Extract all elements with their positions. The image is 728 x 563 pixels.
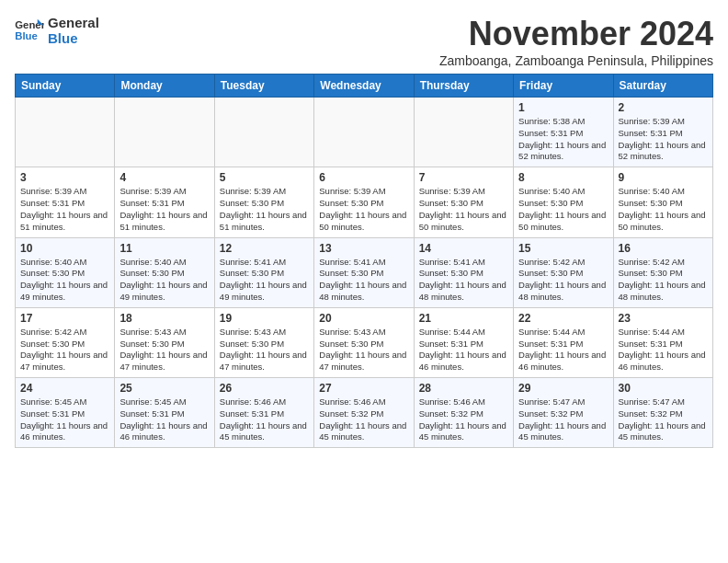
day-info: Sunrise: 5:39 AM Sunset: 5:31 PM Dayligh… [20,186,109,233]
calendar-cell: 11Sunrise: 5:40 AM Sunset: 5:30 PM Dayli… [115,237,214,307]
day-info: Sunrise: 5:44 AM Sunset: 5:31 PM Dayligh… [518,327,608,373]
day-number: 11 [119,242,209,255]
weekday-header-saturday: Saturday [613,75,712,98]
day-info: Sunrise: 5:41 AM Sunset: 5:30 PM Dayligh… [319,257,408,304]
day-number: 24 [20,382,109,395]
month-title: November 2024 [439,15,713,53]
day-number: 3 [20,171,109,184]
page-header: General Blue General Blue November 2024 … [15,15,713,68]
calendar-cell: 17Sunrise: 5:42 AM Sunset: 5:30 PM Dayli… [16,307,115,377]
day-info: Sunrise: 5:44 AM Sunset: 5:31 PM Dayligh… [619,327,708,373]
day-number: 1 [518,101,608,114]
day-number: 14 [419,242,508,255]
weekday-header-friday: Friday [514,75,613,98]
day-info: Sunrise: 5:39 AM Sunset: 5:30 PM Dayligh… [319,186,408,233]
calendar-cell: 13Sunrise: 5:41 AM Sunset: 5:30 PM Dayli… [314,237,414,307]
day-number: 30 [619,382,708,395]
day-number: 12 [220,242,309,255]
weekday-header-wednesday: Wednesday [314,75,414,98]
day-info: Sunrise: 5:46 AM Sunset: 5:32 PM Dayligh… [319,396,408,443]
calendar-cell: 28Sunrise: 5:46 AM Sunset: 5:32 PM Dayli… [414,378,513,448]
day-info: Sunrise: 5:47 AM Sunset: 5:32 PM Dayligh… [518,396,608,443]
day-number: 25 [119,382,209,395]
day-info: Sunrise: 5:38 AM Sunset: 5:31 PM Dayligh… [518,116,608,163]
weekday-header-thursday: Thursday [414,75,513,98]
calendar-cell: 5Sunrise: 5:39 AM Sunset: 5:30 PM Daylig… [214,167,313,237]
day-info: Sunrise: 5:40 AM Sunset: 5:30 PM Dayligh… [20,257,109,304]
calendar-cell [414,98,513,167]
calendar-table: SundayMondayTuesdayWednesdayThursdayFrid… [15,74,713,448]
day-info: Sunrise: 5:40 AM Sunset: 5:30 PM Dayligh… [619,186,708,233]
day-number: 9 [619,171,708,184]
day-number: 15 [518,242,608,255]
calendar-cell: 30Sunrise: 5:47 AM Sunset: 5:32 PM Dayli… [613,378,712,448]
day-number: 20 [319,312,408,325]
weekday-header-sunday: Sunday [16,75,115,98]
calendar-cell: 1Sunrise: 5:38 AM Sunset: 5:31 PM Daylig… [514,98,613,167]
day-info: Sunrise: 5:39 AM Sunset: 5:30 PM Dayligh… [220,186,309,233]
day-info: Sunrise: 5:46 AM Sunset: 5:32 PM Dayligh… [419,396,508,443]
day-info: Sunrise: 5:43 AM Sunset: 5:30 PM Dayligh… [319,327,408,373]
day-number: 4 [119,171,209,184]
day-info: Sunrise: 5:41 AM Sunset: 5:30 PM Dayligh… [419,257,508,304]
calendar-cell: 10Sunrise: 5:40 AM Sunset: 5:30 PM Dayli… [16,237,115,307]
day-number: 18 [119,312,209,325]
calendar-cell: 20Sunrise: 5:43 AM Sunset: 5:30 PM Dayli… [314,307,414,377]
day-info: Sunrise: 5:40 AM Sunset: 5:30 PM Dayligh… [518,186,608,233]
day-info: Sunrise: 5:40 AM Sunset: 5:30 PM Dayligh… [119,257,209,304]
day-number: 22 [518,312,608,325]
day-info: Sunrise: 5:39 AM Sunset: 5:31 PM Dayligh… [119,186,209,233]
svg-text:General: General [15,20,44,31]
day-number: 13 [319,242,408,255]
calendar-cell: 24Sunrise: 5:45 AM Sunset: 5:31 PM Dayli… [16,378,115,448]
calendar-cell: 2Sunrise: 5:39 AM Sunset: 5:31 PM Daylig… [613,98,712,167]
calendar-cell: 8Sunrise: 5:40 AM Sunset: 5:30 PM Daylig… [514,167,613,237]
logo-general: General [48,15,99,30]
title-block: November 2024 Zamboanga, Zamboanga Penin… [439,15,713,68]
weekday-header-row: SundayMondayTuesdayWednesdayThursdayFrid… [16,75,713,98]
calendar-cell: 6Sunrise: 5:39 AM Sunset: 5:30 PM Daylig… [314,167,414,237]
day-number: 8 [518,171,608,184]
calendar-cell: 3Sunrise: 5:39 AM Sunset: 5:31 PM Daylig… [16,167,115,237]
day-number: 17 [20,312,109,325]
calendar-cell: 23Sunrise: 5:44 AM Sunset: 5:31 PM Dayli… [613,307,712,377]
calendar-cell: 15Sunrise: 5:42 AM Sunset: 5:30 PM Dayli… [514,237,613,307]
day-info: Sunrise: 5:47 AM Sunset: 5:32 PM Dayligh… [619,396,708,443]
logo-icon: General Blue [15,17,44,43]
day-info: Sunrise: 5:39 AM Sunset: 5:30 PM Dayligh… [419,186,508,233]
day-info: Sunrise: 5:42 AM Sunset: 5:30 PM Dayligh… [20,327,109,373]
weekday-header-tuesday: Tuesday [214,75,313,98]
calendar-cell: 14Sunrise: 5:41 AM Sunset: 5:30 PM Dayli… [414,237,513,307]
calendar-cell [214,98,313,167]
day-number: 10 [20,242,109,255]
logo: General Blue General Blue [15,15,99,47]
day-number: 6 [319,171,408,184]
calendar-cell: 12Sunrise: 5:41 AM Sunset: 5:30 PM Dayli… [214,237,313,307]
calendar-cell: 19Sunrise: 5:43 AM Sunset: 5:30 PM Dayli… [214,307,313,377]
weekday-header-monday: Monday [115,75,214,98]
calendar-cell: 25Sunrise: 5:45 AM Sunset: 5:31 PM Dayli… [115,378,214,448]
calendar-cell [16,98,115,167]
day-number: 5 [220,171,309,184]
day-number: 16 [619,242,708,255]
day-number: 19 [220,312,309,325]
day-number: 21 [419,312,508,325]
day-info: Sunrise: 5:42 AM Sunset: 5:30 PM Dayligh… [518,257,608,304]
logo-blue: Blue [48,30,99,46]
day-info: Sunrise: 5:45 AM Sunset: 5:31 PM Dayligh… [20,396,109,443]
calendar-cell: 4Sunrise: 5:39 AM Sunset: 5:31 PM Daylig… [115,167,214,237]
day-info: Sunrise: 5:43 AM Sunset: 5:30 PM Dayligh… [119,327,209,373]
day-info: Sunrise: 5:41 AM Sunset: 5:30 PM Dayligh… [220,257,309,304]
calendar-cell: 9Sunrise: 5:40 AM Sunset: 5:30 PM Daylig… [613,167,712,237]
calendar-cell: 18Sunrise: 5:43 AM Sunset: 5:30 PM Dayli… [115,307,214,377]
calendar-week-1: 3Sunrise: 5:39 AM Sunset: 5:31 PM Daylig… [16,167,713,237]
day-number: 27 [319,382,408,395]
day-info: Sunrise: 5:39 AM Sunset: 5:31 PM Dayligh… [619,116,708,163]
calendar-week-0: 1Sunrise: 5:38 AM Sunset: 5:31 PM Daylig… [16,98,713,167]
calendar-cell: 27Sunrise: 5:46 AM Sunset: 5:32 PM Dayli… [314,378,414,448]
day-number: 26 [220,382,309,395]
calendar-cell [314,98,414,167]
day-number: 23 [619,312,708,325]
calendar-body: 1Sunrise: 5:38 AM Sunset: 5:31 PM Daylig… [16,98,713,448]
subtitle: Zamboanga, Zamboanga Peninsula, Philippi… [439,53,713,68]
